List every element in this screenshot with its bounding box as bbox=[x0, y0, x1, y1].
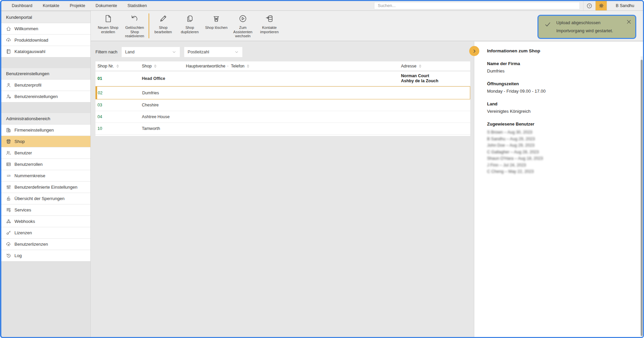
sidebar-item-shop[interactable]: Shop bbox=[1, 136, 90, 147]
sidebar-item-benutzerlizenzen[interactable]: Benutzerlizenzen bbox=[1, 239, 90, 250]
main-content: Filtern nach LandPostleitzahl Shop Nr.Sh… bbox=[91, 42, 474, 337]
column-header-shop-nr[interactable]: Shop Nr. bbox=[95, 64, 140, 68]
column-header-label: Shop Nr. bbox=[97, 64, 114, 68]
upload-toast: Upload abgeschlossen Importvorgang wird … bbox=[537, 15, 636, 39]
settings-button[interactable] bbox=[595, 1, 607, 10]
assigned-user: C Gallagher – Aug 28, 2023 bbox=[487, 149, 574, 156]
column-header-telefon[interactable]: Telefon bbox=[229, 64, 399, 68]
toolbar-button-shop-duplizieren[interactable]: Shop duplizieren bbox=[176, 10, 203, 34]
column-header-adresse[interactable]: Adresse bbox=[399, 64, 470, 68]
cell-shop-nr: 01 bbox=[95, 76, 140, 81]
column-header-hauptverantwortliche[interactable]: Hauptverantwortliche bbox=[184, 64, 229, 68]
sidebar-item-lizenzen[interactable]: Lizenzen bbox=[1, 227, 90, 239]
sidebar-item-benutzerprofil[interactable]: Benutzerprofil bbox=[1, 80, 90, 91]
sidebar-item-nummernkreise[interactable]: 123Nummernkreise bbox=[1, 170, 90, 182]
sort-icon[interactable] bbox=[418, 64, 422, 68]
sidebar-item-benutzereinstellungen[interactable]: Benutzereinstellungen bbox=[1, 91, 90, 102]
field-label-land: Land bbox=[487, 101, 643, 106]
sidebar-item-firmeneinstellungen[interactable]: Firmeneinstellungen bbox=[1, 125, 90, 136]
main-nav: DashboardKontakteProjekteDokumenteStatis… bbox=[1, 1, 147, 10]
edit-icon bbox=[159, 14, 168, 23]
sidebar-section-kundenportal: KundenportalWillkommenProduktdownloadKat… bbox=[1, 12, 90, 57]
sidebar-item-label: Willkommen bbox=[14, 26, 38, 31]
sidebar-item-willkommen[interactable]: Willkommen bbox=[1, 23, 90, 35]
user-menu-button[interactable]: B Sandhu bbox=[607, 1, 643, 10]
assigned-user: S Brown – Aug 30, 2023 bbox=[487, 129, 574, 136]
sidebar-item-webhooks[interactable]: Webhooks bbox=[1, 216, 90, 227]
shop-info-panel: Informationen zum Shop Name der FirmaDum… bbox=[474, 42, 643, 337]
help-button[interactable]: ? bbox=[583, 1, 595, 10]
sidebar-item-label: Services bbox=[14, 207, 31, 212]
dropdown-value: Land bbox=[125, 50, 134, 54]
table-row-shop-04[interactable]: 04Ashtree House bbox=[95, 111, 470, 123]
toolbar-button-kontakte-importieren[interactable]: Kontakte importieren bbox=[256, 10, 283, 34]
sidebar-item-label: Firmeneinstellungen bbox=[14, 128, 54, 133]
close-icon[interactable] bbox=[626, 19, 632, 25]
cloud-download-icon bbox=[6, 37, 11, 43]
services-icon bbox=[6, 207, 11, 213]
search-input[interactable] bbox=[374, 2, 580, 9]
table-row-shop-01[interactable]: 01Head OfficeNorman CourtAshby de la Zou… bbox=[95, 71, 470, 86]
sidebar-section-header: Benutzereinstellungen bbox=[1, 68, 90, 80]
key-icon bbox=[6, 230, 11, 236]
sort-icon[interactable] bbox=[116, 64, 120, 68]
toolbar-button-gel-schten-shop-reaktivieren[interactable]: Gelöschten Shop reaktivieren bbox=[121, 10, 148, 38]
user-license-icon bbox=[6, 241, 11, 247]
sidebar-item-label: Produktdownload bbox=[14, 38, 48, 43]
table-row-shop-03[interactable]: 03Cheshire bbox=[95, 99, 470, 111]
sidebar-item-benutzerdefinierte-einstellungen[interactable]: Benutzerdefinierte Einstellungen bbox=[1, 182, 90, 193]
sidebar-item-katalogauswahl[interactable]: Katalogauswahl bbox=[1, 46, 90, 57]
filter-dropdown-land[interactable]: Land bbox=[122, 47, 180, 57]
sidebar-item-label: Benutzerrollen bbox=[14, 162, 43, 167]
check-icon bbox=[544, 21, 551, 28]
chevron-down-icon bbox=[172, 50, 176, 54]
nav-item-dashboard[interactable]: Dashboard bbox=[12, 3, 32, 8]
sidebar-item-benutzer[interactable]: Benutzer bbox=[1, 147, 90, 159]
sidebar-item-label: Benutzerlizenzen bbox=[14, 242, 48, 247]
filter-bar: Filtern nach LandPostleitzahl bbox=[95, 47, 474, 57]
scrollbar-thumb[interactable] bbox=[641, 60, 643, 336]
sidebar-item-log[interactable]: Log bbox=[1, 250, 90, 261]
sidebar-item-produktdownload[interactable]: Produktdownload bbox=[1, 35, 90, 46]
collapse-panel-button[interactable] bbox=[469, 46, 479, 56]
sidebar-item-label: Benutzer bbox=[14, 150, 32, 155]
shop-icon bbox=[6, 139, 11, 144]
nav-item-dokumente[interactable]: Dokumente bbox=[95, 3, 117, 8]
sidebar: KundenportalWillkommenProduktdownloadKat… bbox=[1, 10, 91, 337]
column-header-label: Hauptverantwortliche bbox=[186, 64, 225, 68]
users-icon bbox=[6, 150, 11, 156]
sidebar-item-label: Benutzerprofil bbox=[14, 83, 41, 88]
toast-texts: Upload abgeschlossen Importvorgang wird … bbox=[556, 19, 613, 38]
sidebar-section-benutzereinstellungen: BenutzereinstellungenBenutzerprofilBenut… bbox=[1, 68, 90, 102]
toolbar-button-neuen-shop-erstellen[interactable]: Neuen Shop erstellen bbox=[95, 10, 121, 34]
sidebar-item-benutzerrollen[interactable]: Benutzerrollen bbox=[1, 159, 90, 170]
table-row-shop-02[interactable]: 02Dumfries bbox=[95, 86, 470, 99]
sidebar-item-label: Benutzerdefinierte Einstellungen bbox=[14, 185, 77, 190]
sidebar-item-bersicht-der-sperrungen[interactable]: Übersicht der Sperrungen bbox=[1, 193, 90, 204]
table-row-shop-10[interactable]: 10Tamworth bbox=[95, 123, 470, 135]
help-icon: ? bbox=[586, 3, 593, 9]
toolbar-button-zum-assistenten-wechseln[interactable]: Zum Assistenten wechseln bbox=[230, 10, 256, 38]
nav-item-statistiken[interactable]: Statistiken bbox=[127, 3, 147, 8]
sidebar-item-services[interactable]: Services bbox=[1, 204, 90, 216]
history-icon bbox=[6, 253, 11, 258]
column-header-label: Telefon bbox=[231, 64, 244, 68]
sidebar-section-header: Administrationsbereich bbox=[1, 113, 90, 125]
sort-icon[interactable] bbox=[246, 64, 250, 68]
panel-fields: Name der FirmaDumfriesÖffnungszeitenMond… bbox=[474, 61, 643, 175]
field-value-land: Vereinigtes Königreich bbox=[487, 109, 643, 114]
unlock-icon bbox=[6, 196, 11, 201]
toolbar-button-shop-bearbeiten[interactable]: Shop bearbeiten bbox=[150, 10, 176, 34]
chevron-down-icon bbox=[234, 50, 239, 54]
nav-item-kontakte[interactable]: Kontakte bbox=[43, 3, 59, 8]
field-label-name-der-firma: Name der Firma bbox=[487, 61, 643, 66]
sort-icon[interactable] bbox=[153, 64, 157, 68]
undo-icon bbox=[130, 14, 139, 23]
cell-shop-nr: 02 bbox=[97, 91, 142, 95]
nav-item-projekte[interactable]: Projekte bbox=[70, 3, 85, 8]
user-name: B Sandhu bbox=[616, 3, 634, 8]
column-header-label: Shop bbox=[142, 64, 152, 68]
filter-dropdown-postleitzahl[interactable]: Postleitzahl bbox=[184, 47, 242, 57]
toolbar-button-shop-l-schen[interactable]: Shop löschen bbox=[203, 10, 230, 30]
column-header-shop[interactable]: Shop bbox=[140, 64, 184, 68]
